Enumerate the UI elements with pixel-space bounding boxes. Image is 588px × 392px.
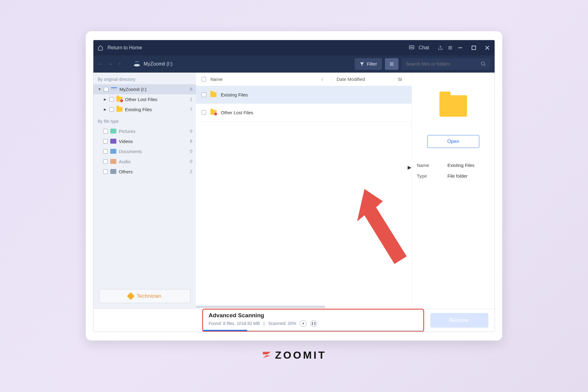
tree-label: Existing Files [125, 107, 152, 112]
horizontal-scrollbar[interactable] [196, 306, 412, 309]
filetype-checkbox[interactable] [103, 149, 108, 154]
chat-icon[interactable] [409, 45, 414, 51]
detail-type-key: Type [417, 173, 447, 179]
filetype-icon [110, 139, 116, 144]
filetype-label: Documents [119, 149, 142, 154]
stop-scan-button[interactable]: ■ [300, 320, 307, 327]
share-icon[interactable] [438, 45, 443, 51]
filetype-checkbox[interactable] [103, 139, 108, 144]
scan-sep: | [263, 321, 265, 326]
filetype-checkbox[interactable] [103, 169, 108, 174]
nav-up-icon[interactable]: ↑ [119, 61, 121, 67]
column-size[interactable]: Si [394, 77, 406, 82]
svg-point-1 [410, 47, 411, 47]
svg-point-3 [412, 47, 413, 47]
filetype-item[interactable]: Audio0 [93, 156, 196, 167]
row-checkbox[interactable] [202, 110, 206, 115]
diamond-icon [127, 292, 135, 300]
filetype-count: 0 [190, 149, 192, 154]
svg-point-15 [481, 62, 484, 65]
chevron-icon[interactable]: ▼ [98, 87, 101, 91]
filetype-count: 0 [190, 129, 192, 134]
tree-count: 7 [190, 107, 192, 112]
nav-back-icon[interactable]: ← [98, 61, 103, 67]
file-list-header: Name ↑ Date Modified Si [196, 73, 412, 86]
maximize-button[interactable] [471, 45, 477, 51]
drive-icon [133, 61, 141, 67]
filetype-item[interactable]: Pictures0 [93, 126, 196, 136]
scan-found-text: Found: 8 files, 1018.92 MB [209, 321, 260, 326]
zoomit-watermark: ZOOMIT [262, 349, 326, 361]
close-button[interactable] [484, 45, 490, 51]
filetype-item[interactable]: Others2 [93, 167, 196, 177]
filetype-item[interactable]: Documents0 [93, 146, 196, 156]
tree-label: Other Lost Files [125, 97, 157, 102]
titlebar: Return to Home Chat [93, 40, 495, 55]
row-checkbox[interactable] [202, 92, 206, 97]
sidebar-section-directory: By original directory [93, 73, 196, 84]
drive-icon [111, 87, 117, 91]
open-button[interactable]: Open [427, 135, 479, 148]
tree-item[interactable]: ▼MyZoomit (I:)8 [93, 84, 196, 94]
scan-progress-bar [203, 330, 423, 331]
filetype-label: Audio [119, 159, 130, 164]
filetype-item[interactable]: Videos6 [93, 136, 196, 146]
chat-label[interactable]: Chat [419, 45, 429, 51]
svg-rect-8 [472, 46, 476, 50]
filetype-count: 6 [190, 139, 192, 144]
folder-icon [210, 92, 217, 97]
chevron-icon[interactable]: ▶ [103, 97, 107, 101]
nav-forward-icon[interactable]: → [108, 61, 113, 67]
tree-checkbox[interactable] [109, 97, 114, 102]
sidebar-section-filetype: By file type [93, 115, 196, 126]
tree-checkbox[interactable] [104, 87, 108, 92]
search-input-wrapper[interactable] [401, 58, 490, 70]
filetype-checkbox[interactable] [103, 159, 108, 164]
scan-percent-text: Scanned: 20% [268, 321, 296, 326]
select-all-checkbox[interactable] [202, 77, 206, 81]
scan-status-box: Advanced Scanning Found: 8 files, 1018.9… [202, 309, 424, 332]
technician-label: Technician [137, 293, 161, 299]
tree-item[interactable]: ▶Other Lost Files1 [93, 94, 196, 104]
recover-button[interactable]: Recover [430, 313, 488, 328]
file-row[interactable]: Other Lost Files [196, 104, 412, 122]
collapse-handle-icon[interactable]: ▶ [408, 164, 411, 170]
toolbar: ← → ↑ MyZoomit (I:) Filter [93, 55, 495, 73]
hamburger-icon[interactable] [447, 45, 453, 51]
svg-point-11 [134, 64, 140, 66]
search-icon[interactable] [481, 61, 486, 67]
sort-asc-icon[interactable]: ↑ [321, 77, 324, 82]
detail-panel: ▶ Open NameExisting Files TypeFile folde… [412, 73, 495, 309]
folder-lost-icon [210, 110, 217, 115]
technician-button[interactable]: Technician [99, 289, 190, 303]
filetype-label: Videos [119, 139, 133, 144]
search-input[interactable] [406, 61, 481, 66]
filter-button[interactable]: Filter [355, 58, 382, 70]
filetype-checkbox[interactable] [103, 129, 108, 134]
breadcrumb-drive[interactable]: MyZoomit (I:) [133, 61, 172, 67]
footer: Advanced Scanning Found: 8 files, 1018.9… [93, 309, 495, 332]
view-menu-button[interactable] [385, 58, 398, 70]
tree-label: MyZoomit (I:) [119, 87, 146, 92]
chevron-icon[interactable]: ▶ [103, 107, 107, 111]
tree-checkbox[interactable] [109, 107, 114, 112]
tree-item[interactable]: ▶Existing Files7 [93, 104, 196, 115]
tree-count: 8 [190, 87, 192, 92]
filetype-label: Others [119, 169, 133, 174]
filetype-count: 0 [190, 159, 192, 164]
detail-name-key: Name [417, 163, 447, 168]
zoomit-logo-icon [262, 350, 272, 360]
file-row[interactable]: Existing Files [196, 86, 412, 104]
return-home-link[interactable]: Return to Home [107, 45, 142, 51]
filetype-icon [110, 169, 116, 174]
minimize-button[interactable] [457, 45, 463, 51]
detail-name-val: Existing Files [447, 163, 474, 168]
home-icon[interactable] [98, 45, 103, 51]
column-date[interactable]: Date Modified [331, 77, 390, 82]
pause-scan-button[interactable]: ❚❚ [310, 320, 317, 327]
folder-preview-icon [439, 95, 467, 117]
filetype-icon [110, 159, 116, 164]
sidebar: By original directory ▼MyZoomit (I:)8▶Ot… [93, 73, 196, 309]
column-name[interactable]: Name [210, 77, 223, 82]
drive-label: MyZoomit (I:) [144, 61, 172, 67]
